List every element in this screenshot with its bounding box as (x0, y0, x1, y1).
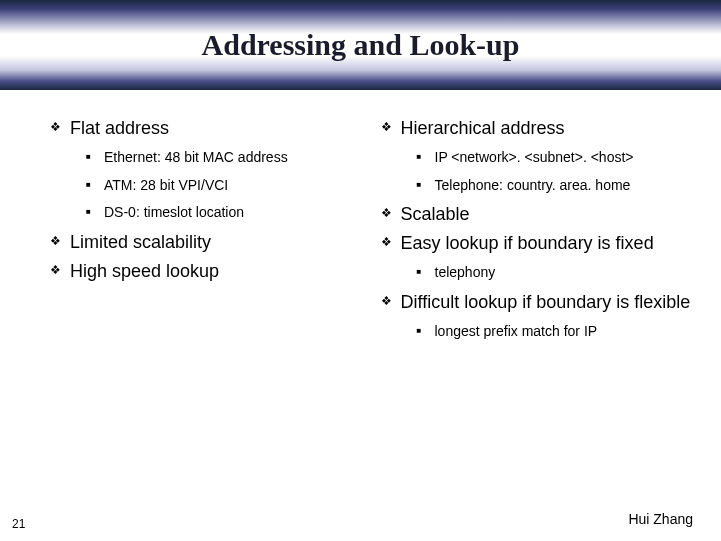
title-band: Addressing and Look-up (0, 0, 721, 90)
bullet-level2: ATM: 28 bit VPI/VCI (86, 177, 361, 195)
bullet-level1: High speed lookup (50, 261, 361, 282)
slide-title: Addressing and Look-up (0, 0, 721, 90)
columns: Flat address Ethernet: 48 bit MAC addres… (50, 110, 691, 350)
slide-body: Flat address Ethernet: 48 bit MAC addres… (50, 110, 691, 501)
slide-number: 21 (12, 517, 25, 531)
left-column: Flat address Ethernet: 48 bit MAC addres… (50, 110, 361, 350)
bullet-level1: Hierarchical address (381, 118, 692, 139)
bullet-level2: longest prefix match for IP (417, 323, 692, 341)
author-name: Hui Zhang (628, 511, 693, 527)
bullet-level1: Difficult lookup if boundary is flexible (381, 292, 692, 313)
bullet-level2: Telephone: country. area. home (417, 177, 692, 195)
bullet-level2: Ethernet: 48 bit MAC address (86, 149, 361, 167)
slide: Addressing and Look-up Flat address Ethe… (0, 0, 721, 541)
bullet-level1: Flat address (50, 118, 361, 139)
bullet-level2: IP <network>. <subnet>. <host> (417, 149, 692, 167)
bullet-level1: Easy lookup if boundary is fixed (381, 233, 692, 254)
bullet-level2: telephony (417, 264, 692, 282)
bullet-level1: Scalable (381, 204, 692, 225)
bullet-level2: DS-0: timeslot location (86, 204, 361, 222)
bullet-level1: Limited scalability (50, 232, 361, 253)
right-column: Hierarchical address IP <network>. <subn… (381, 110, 692, 350)
